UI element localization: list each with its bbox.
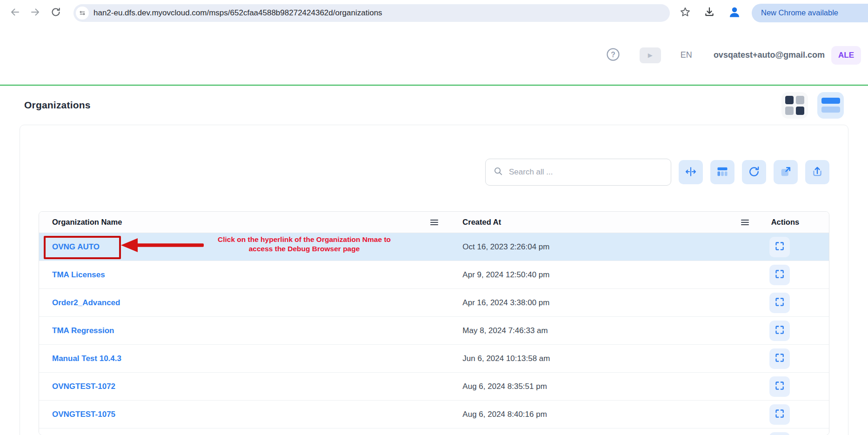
org-name-link[interactable]: OVNG AUTO <box>52 242 100 251</box>
column-header-organization-name: Organization Name <box>52 218 122 227</box>
list-view-button[interactable] <box>817 92 844 119</box>
expand-fullscreen-icon <box>774 324 785 337</box>
org-name-link[interactable]: OVNGTEST-1072 <box>52 382 115 391</box>
expand-fullscreen-icon <box>774 296 785 309</box>
created-at-value: May 8, 2024 7:46:33 am <box>451 326 761 335</box>
svg-text:?: ? <box>611 51 615 59</box>
created-at-value: Aug 6, 2024 8:35:51 pm <box>451 382 761 391</box>
column-menu-icon[interactable] <box>428 218 440 227</box>
created-at-value: Oct 16, 2023 2:26:04 pm <box>451 242 761 252</box>
table-row: TMA Regression May 8, 2024 7:46:33 am <box>39 317 829 345</box>
expand-row-button[interactable] <box>769 432 790 435</box>
org-name-link[interactable]: TMA Licenses <box>52 270 105 279</box>
expand-row-button[interactable] <box>769 404 790 425</box>
column-header-actions: Actions <box>771 218 800 227</box>
created-at-value: Aug 6, 2024 8:40:16 pm <box>451 410 761 419</box>
grid-view-icon <box>785 96 804 115</box>
profile-avatar-icon <box>728 5 741 20</box>
expand-fullscreen-icon <box>774 352 785 365</box>
expand-row-button[interactable] <box>769 265 790 285</box>
table-header: Organization Name Created At Actions <box>39 212 829 233</box>
expand-fullscreen-icon <box>774 268 785 281</box>
created-at-value: Jun 6, 2024 10:13:58 am <box>451 354 761 363</box>
open-external-icon <box>779 165 792 180</box>
browser-toolbar: han2-eu.dfs.dev.myovcloud.com/msps/652cf… <box>0 0 868 26</box>
table-row: OVNGTEST-1072 Aug 6, 2024 8:35:51 pm <box>39 373 829 401</box>
expand-row-button[interactable] <box>769 321 790 341</box>
open-external-button[interactable] <box>774 160 798 184</box>
downloads-button[interactable] <box>703 6 715 20</box>
bookmark-button[interactable] <box>679 6 691 20</box>
org-name-link[interactable]: TMA Regression <box>52 326 114 335</box>
created-at-value: Apr 9, 2024 12:50:40 pm <box>451 270 761 280</box>
expand-fullscreen-icon <box>774 241 785 253</box>
org-name-link[interactable]: OVNGTEST-1075 <box>52 410 115 419</box>
tenant-badge[interactable]: ALE <box>831 46 861 65</box>
expand-row-button[interactable] <box>769 376 790 397</box>
upload-icon <box>811 165 824 180</box>
upload-button[interactable] <box>805 160 829 184</box>
star-icon <box>679 6 691 20</box>
columns-button[interactable] <box>710 160 734 184</box>
back-icon <box>9 7 20 19</box>
organizations-table: Organization Name Created At Actions OVN… <box>39 211 829 435</box>
address-bar[interactable]: han2-eu.dfs.dev.myovcloud.com/msps/652cf… <box>73 4 670 22</box>
play-icon: ▶ <box>648 52 653 59</box>
refresh-button[interactable] <box>742 160 766 184</box>
new-chrome-available-button[interactable]: New Chrome available <box>752 4 868 22</box>
table-body: OVNG AUTO Oct 16, 2023 2:26:04 pm TMA Li… <box>39 233 829 428</box>
organizations-card: Organization Name Created At Actions OVN… <box>20 125 848 435</box>
profile-button[interactable] <box>728 5 741 20</box>
fit-columns-icon <box>684 165 697 180</box>
forward-button[interactable] <box>25 3 46 23</box>
reload-icon <box>50 7 61 19</box>
page-title: Organizations <box>24 100 91 111</box>
help-button[interactable]: ? <box>605 47 621 63</box>
refresh-icon <box>748 165 761 180</box>
url-text: han2-eu.dfs.dev.myovcloud.com/msps/652cf… <box>93 8 382 18</box>
search-box[interactable] <box>485 159 671 186</box>
list-view-icon <box>821 98 840 113</box>
forward-icon <box>30 7 41 19</box>
language-selector[interactable]: EN <box>681 50 692 60</box>
org-name-link[interactable]: Order2_Advanced <box>52 298 120 307</box>
expand-row-button[interactable] <box>769 237 790 257</box>
table-row: Order2_Advanced Apr 16, 2024 3:38:00 pm <box>39 289 829 317</box>
help-icon: ? <box>606 47 620 63</box>
expand-fullscreen-icon <box>774 408 785 421</box>
download-icon <box>703 6 715 20</box>
table-row: Manual Test 10.4.3 Jun 6, 2024 10:13:58 … <box>39 345 829 373</box>
grid-view-button[interactable] <box>781 92 808 119</box>
reload-button[interactable] <box>46 3 66 23</box>
page-head: Organizations <box>0 86 868 125</box>
columns-icon <box>716 165 729 180</box>
table-toolbar <box>39 159 829 186</box>
back-button[interactable] <box>5 3 25 23</box>
account-email[interactable]: ovsqatest+auto@gmail.com <box>714 50 825 60</box>
column-header-created-at: Created At <box>462 218 501 227</box>
table-row: OVNGTEST-1075 Aug 6, 2024 8:40:16 pm <box>39 401 829 428</box>
table-row: OVNG AUTO Oct 16, 2023 2:26:04 pm <box>39 233 829 261</box>
expand-row-button[interactable] <box>769 348 790 369</box>
tour-play-button[interactable]: ▶ <box>640 47 661 63</box>
expand-row-button[interactable] <box>769 293 790 313</box>
created-at-value: Apr 16, 2024 3:38:00 pm <box>451 298 761 308</box>
site-settings-icon[interactable] <box>76 7 89 20</box>
org-name-link[interactable]: Manual Test 10.4.3 <box>52 354 121 363</box>
app-header: ? ▶ EN ovsqatest+auto@gmail.com ALE <box>0 26 868 86</box>
table-row: TMA Licenses Apr 9, 2024 12:50:40 pm <box>39 261 829 289</box>
expand-fullscreen-icon <box>774 380 785 393</box>
search-input[interactable] <box>509 167 663 177</box>
search-icon <box>493 166 503 178</box>
column-menu-icon[interactable] <box>739 218 751 227</box>
table-row-partial <box>39 428 829 435</box>
fit-columns-button[interactable] <box>679 160 703 184</box>
